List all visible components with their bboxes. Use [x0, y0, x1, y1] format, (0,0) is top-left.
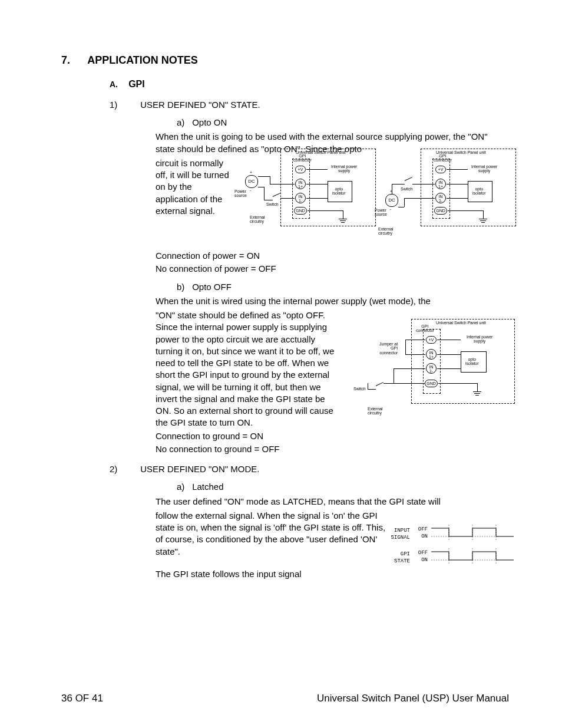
item-2: 2) USER DEFINED "ON" MODE.: [110, 463, 509, 475]
eq-1a-on: Connection of power = ON: [156, 250, 497, 262]
label-input-signal: INPUT SIGNAL: [384, 527, 410, 541]
subsection-a: A. GPI: [110, 78, 509, 91]
figure-opto-on: Universal Switch Panel unit GPI connecto…: [238, 146, 514, 231]
subitem-title: Opto ON: [192, 117, 227, 127]
item-title: USER DEFINED "ON" STATE.: [140, 99, 260, 111]
subitem-1a: a) Opto ON: [177, 117, 509, 129]
label-opto: opto isolator: [332, 187, 346, 196]
subitem-letter: a): [177, 117, 190, 129]
manual-title: Universal Switch Panel (USP) User Manual: [317, 692, 509, 706]
item-number: 1): [110, 99, 138, 111]
subsection-title: GPI: [128, 79, 145, 89]
label-switch: Switch: [266, 202, 279, 206]
subitem-1b: b) Opto OFF: [177, 281, 509, 293]
para-2a-intro: The user defined "ON" mode as LATCHED, m…: [156, 496, 497, 508]
pin-gnd: GND: [294, 207, 307, 215]
label-on-2: ON: [416, 556, 428, 564]
item-1: 1) USER DEFINED "ON" STATE.: [110, 99, 509, 111]
label-power-source: Power source: [234, 189, 247, 198]
eq-1a-off: No connection of power = OFF: [156, 263, 497, 275]
label-gpi-conn-2: GPI connector: [434, 154, 452, 163]
subitem-letter-b: b): [177, 281, 190, 293]
label-on-1: ON: [416, 533, 428, 540]
eq-1b-on: Connection to ground = ON: [156, 430, 497, 442]
label-off-1: OFF: [416, 526, 428, 533]
para-1b-wrap: "ON" state should be defined as "opto OF…: [156, 309, 343, 429]
label-minus: -: [250, 188, 251, 192]
eq-1b-off: No connection to ground = OFF: [156, 443, 497, 455]
label-gpi-state: GPI STATE: [384, 551, 410, 565]
figure-timing: INPUT SIGNAL OFF ON GPI STATE OFF ON: [390, 525, 514, 572]
pin-in1p: IN 1+: [295, 179, 306, 189]
subitem-title-b: Opto OFF: [192, 282, 232, 292]
para-2a-wrap: follow the external signal. When the sig…: [156, 510, 388, 558]
pin-in1m: IN 1-: [295, 193, 306, 203]
subitem-title-2a: Latched: [192, 482, 223, 492]
section-number: 7.: [61, 53, 85, 67]
label-ext-circ: External circuitry: [250, 215, 265, 224]
page: 7. APPLICATION NOTES A. GPI 1) USER DEFI…: [0, 0, 562, 728]
label-gpi-conn: GPI connector: [293, 154, 312, 163]
subitem-2a: a) Latched: [177, 481, 509, 493]
label-off-2: OFF: [416, 549, 428, 556]
para-1b-intro: When the unit is wired using the interna…: [156, 295, 497, 307]
pin-plus-v: +V: [295, 166, 306, 173]
subitem-letter-2a: a): [177, 481, 190, 493]
para-1a-wrap: circuit is normally off, it will be turn…: [156, 157, 235, 217]
figure-opto-off: Universal Switch Panel unit GPI connecto…: [350, 316, 515, 416]
label-jumper: Jumper at GPI connector: [379, 342, 398, 355]
item-number-2: 2): [110, 463, 138, 475]
label-plus: +: [250, 170, 252, 174]
label-int-ps: Internal power supply: [331, 164, 357, 173]
section-heading: 7. APPLICATION NOTES: [61, 53, 509, 67]
page-number: 36 OF 41: [61, 692, 103, 706]
dc-source: DC: [245, 175, 258, 188]
item-title-2: USER DEFINED "ON" MODE.: [140, 463, 259, 475]
subsection-letter: A.: [110, 79, 126, 90]
page-footer: 36 OF 41 Universal Switch Panel (USP) Us…: [61, 692, 509, 706]
section-title: APPLICATION NOTES: [87, 54, 198, 66]
